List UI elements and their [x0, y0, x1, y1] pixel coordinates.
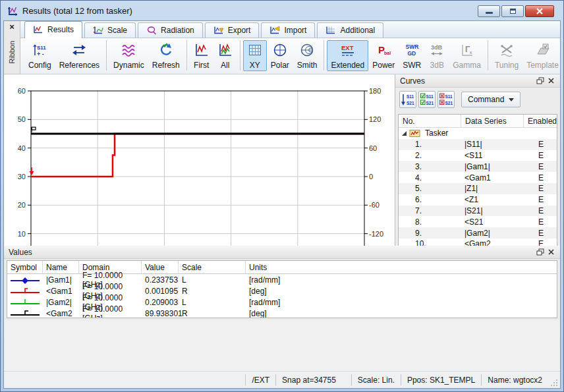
- tuning-button[interactable]: Tuning: [491, 40, 522, 71]
- value-scale: R: [179, 287, 246, 296]
- ribbon: × Ribbon Results Scale Radiation: [4, 21, 560, 74]
- extended-button[interactable]: EXT Extended: [327, 40, 368, 71]
- curve-series: |Gam1|: [465, 162, 530, 171]
- column-header-value[interactable]: Value: [142, 261, 179, 273]
- button-label: First: [194, 61, 209, 70]
- curve-row[interactable]: 6.<Z1E: [399, 194, 557, 206]
- xy-button[interactable]: XY: [243, 40, 267, 71]
- tab-scale[interactable]: Scale: [84, 22, 136, 38]
- values-close-button[interactable]: [546, 247, 557, 257]
- values-table: Symbol Name Domain Value Scale Units |Ga…: [7, 260, 557, 318]
- curve-row[interactable]: 7.|S21|E: [399, 206, 557, 217]
- curve-enabled: E: [530, 195, 557, 204]
- value-units: [deg]: [246, 287, 557, 296]
- power-button[interactable]: Pbal Power: [368, 40, 399, 71]
- scale-tab-icon: [93, 26, 103, 35]
- tab-label: Results: [47, 25, 74, 34]
- value-number: 0.209003: [142, 298, 179, 307]
- toolbar-separator: [488, 40, 488, 70]
- curves-table-header[interactable]: No. Data Series Enabled: [399, 115, 557, 128]
- disable-series-button[interactable]: S11S21: [437, 91, 455, 108]
- gamma-icon: Γκ: [459, 42, 475, 58]
- curve-no: 8.: [399, 217, 465, 227]
- curve-series: |Gam2|: [465, 229, 530, 238]
- first-button[interactable]: First: [190, 40, 213, 71]
- send-series-button[interactable]: S11S21: [399, 91, 416, 108]
- svg-text:GD: GD: [408, 50, 416, 57]
- extended-icon: EXT: [340, 42, 356, 58]
- tab-export[interactable]: Export: [205, 22, 260, 38]
- curve-no: 4.: [399, 173, 465, 182]
- column-header-symbol[interactable]: Symbol: [7, 261, 43, 273]
- resize-grip[interactable]: [548, 372, 560, 388]
- svg-text:30: 30: [18, 173, 26, 181]
- curve-row[interactable]: 3.|Gam1|E: [399, 161, 557, 172]
- tab-label: Scale: [107, 26, 127, 35]
- values-panel-titlebar[interactable]: Values: [4, 246, 560, 259]
- curve-row[interactable]: 8.<S21E: [399, 216, 557, 227]
- curve-no: 3.: [399, 162, 465, 171]
- value-units: [deg]: [246, 309, 557, 318]
- tab-label: Additional: [340, 26, 375, 35]
- tab-radiation[interactable]: Radiation: [138, 22, 203, 38]
- float-icon: [536, 248, 544, 256]
- all-button[interactable]: All: [213, 40, 237, 71]
- column-header-no[interactable]: No.: [399, 115, 461, 127]
- refresh-button[interactable]: Refresh: [148, 40, 184, 71]
- curve-enabled: E: [530, 173, 557, 182]
- references-button[interactable]: References: [55, 40, 103, 71]
- tab-results[interactable]: Results: [24, 21, 82, 38]
- curve-row[interactable]: 1.|S11|E: [399, 139, 557, 150]
- template-button[interactable]: Template: [522, 40, 563, 71]
- dynamic-button[interactable]: Dynamic: [109, 40, 148, 71]
- curves-float-button[interactable]: [534, 76, 546, 86]
- curves-panel-titlebar[interactable]: Curves: [395, 74, 560, 88]
- tab-additional[interactable]: Additional: [317, 22, 383, 38]
- series-symbol-gam1-phase: [9, 287, 42, 296]
- 3db-button[interactable]: 3dB 3dB: [425, 40, 449, 71]
- column-header-name[interactable]: Name: [43, 261, 79, 273]
- svg-text:S11: S11: [426, 94, 434, 99]
- curve-row[interactable]: 4.<Gam1E: [399, 172, 557, 183]
- tab-import[interactable]: Import: [261, 22, 315, 38]
- svg-text:180: 180: [369, 87, 381, 95]
- values-float-button[interactable]: [534, 247, 546, 257]
- svg-text:EXT: EXT: [341, 44, 354, 51]
- close-button[interactable]: [525, 5, 554, 17]
- column-header-scale[interactable]: Scale: [179, 261, 246, 273]
- curve-row[interactable]: 5.|Z1|E: [399, 183, 557, 194]
- titlebar[interactable]: Results (total 12 from tasker): [1, 1, 563, 20]
- gamma-button[interactable]: Γκ Gamma: [449, 40, 485, 71]
- enable-series-button[interactable]: S11S21: [418, 91, 436, 108]
- curve-series: <Gam1: [465, 173, 530, 182]
- ribbon-tabs: Results Scale Radiation Export Import: [20, 21, 560, 38]
- column-header-enabled[interactable]: Enabled: [524, 115, 557, 127]
- smith-button[interactable]: Smith: [293, 40, 322, 71]
- restore-button[interactable]: [501, 5, 524, 17]
- xy-icon: [247, 42, 263, 58]
- polar-button[interactable]: Polar: [267, 40, 293, 71]
- column-header-units[interactable]: Units: [246, 261, 557, 273]
- value-name: |Gam2|: [43, 298, 79, 307]
- curves-toolbar: S11S21 S11S21 S11S21 Command: [395, 88, 560, 111]
- svg-text:60: 60: [369, 144, 377, 152]
- command-dropdown[interactable]: Command: [461, 92, 521, 107]
- tasker-icon: [409, 129, 421, 138]
- swr-button[interactable]: SWRGD SWR: [399, 40, 425, 71]
- group-row-tasker[interactable]: Tasker: [399, 128, 557, 139]
- references-icon: [71, 42, 87, 58]
- first-icon: [194, 42, 210, 58]
- curve-row[interactable]: 9.|Gam2|E: [399, 227, 557, 238]
- svg-text:60: 60: [18, 87, 26, 95]
- column-header-data-series[interactable]: Data Series: [461, 115, 524, 127]
- config-button[interactable]: S11+ - Config: [24, 40, 55, 71]
- minimize-button[interactable]: [478, 5, 500, 17]
- ribbon-close-button[interactable]: ×: [6, 22, 18, 33]
- value-units: [rad/mm]: [246, 298, 557, 307]
- value-row[interactable]: <Gam2 F= 10.0000 [GHz] 89.938301 R [deg]: [7, 308, 557, 318]
- svg-text:120: 120: [369, 115, 381, 123]
- tree-expander-icon[interactable]: [402, 131, 407, 136]
- curve-no: 1.: [399, 140, 465, 149]
- curve-row[interactable]: 2.<S11E: [399, 150, 557, 161]
- curves-close-button[interactable]: [546, 76, 557, 86]
